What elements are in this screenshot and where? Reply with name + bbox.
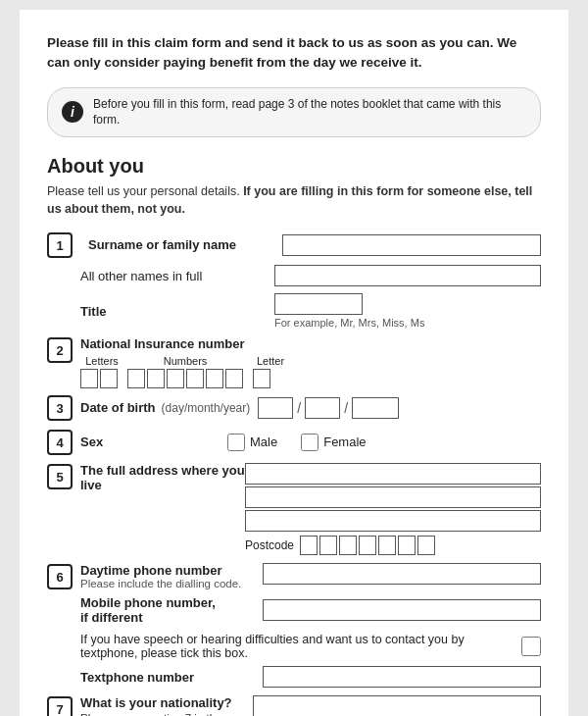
dob-inputs: / / xyxy=(258,397,399,419)
dob-suffix: (day/month/year) xyxy=(162,401,251,415)
other-names-row: All other names in full xyxy=(47,265,541,286)
pc-3[interactable] xyxy=(339,536,357,555)
ni-box-6[interactable] xyxy=(186,369,204,388)
sex-male-option: Male xyxy=(227,434,277,451)
title-example: For example, Mr, Mrs, Miss, Ms xyxy=(274,317,424,329)
form-page: Please fill in this claim form and send … xyxy=(20,10,568,716)
address-line-3[interactable] xyxy=(245,510,541,532)
sex-female-label: Female xyxy=(323,435,366,449)
pc-4[interactable] xyxy=(359,536,376,555)
section-desc-normal: Please tell us your personal details. xyxy=(47,184,243,198)
pc-2[interactable] xyxy=(319,536,337,555)
ni-box-4[interactable] xyxy=(147,369,165,388)
sex-female-checkbox[interactable] xyxy=(301,434,318,451)
nationality-note: Please see question 7 in the notes bookl… xyxy=(80,710,245,716)
ni-box-9[interactable] xyxy=(253,369,270,388)
info-icon: i xyxy=(62,101,83,123)
pc-1[interactable] xyxy=(300,536,318,555)
phone-label-row: Daytime phone number Please include the … xyxy=(80,563,541,589)
sex-label: Sex xyxy=(80,435,227,449)
mobile-input[interactable] xyxy=(263,599,541,621)
ni-row: 2 National Insurance number Letters Numb… xyxy=(47,336,541,388)
pc-5[interactable] xyxy=(378,536,396,555)
sex-male-label: Male xyxy=(250,435,277,449)
ni-box-5[interactable] xyxy=(167,369,184,388)
address-row: 5 The full address where you live Postco… xyxy=(47,463,541,555)
ni-col-letters: Letters xyxy=(80,355,123,367)
q1-number: 1 xyxy=(47,232,73,258)
textphone-number-row: Textphone number xyxy=(80,666,541,688)
mobile-label2: if different xyxy=(80,610,143,625)
address-inputs: Postcode xyxy=(245,463,541,555)
address-line-2[interactable] xyxy=(245,486,541,508)
postcode-label: Postcode xyxy=(245,538,294,552)
title-row: Title For example, Mr, Mrs, Miss, Ms xyxy=(47,293,541,329)
pc-6[interactable] xyxy=(398,536,416,555)
dob-year[interactable] xyxy=(352,397,399,419)
address-line-1[interactable] xyxy=(245,463,541,485)
info-box: i Before you fill in this form, read pag… xyxy=(47,87,541,138)
phone-input[interactable] xyxy=(263,563,541,585)
nationality-row: 7 What is your nationality? Please see q… xyxy=(47,695,541,716)
q7-number: 7 xyxy=(47,696,73,716)
q2-number: 2 xyxy=(47,337,73,363)
address-label: The full address where you live xyxy=(80,463,245,492)
other-names-input[interactable] xyxy=(274,265,541,286)
phone-label: Daytime phone number xyxy=(80,563,255,578)
dob-label: Date of birth xyxy=(80,400,156,415)
q5-number: 5 xyxy=(47,464,73,489)
sex-female-option: Female xyxy=(301,434,366,451)
textphone-number-label: Textphone number xyxy=(80,670,255,685)
ni-col-numbers: Numbers xyxy=(131,355,239,367)
surname-label: Surname or family name xyxy=(88,237,274,252)
dob-day[interactable] xyxy=(258,397,293,419)
textphone-tick-row: If you have speech or hearing difficulti… xyxy=(80,633,541,660)
mobile-row: Mobile phone number, if different xyxy=(80,595,541,625)
q3-number: 3 xyxy=(47,395,73,421)
ni-box-7[interactable] xyxy=(206,369,223,388)
ni-box-1[interactable] xyxy=(80,369,98,388)
dob-month[interactable] xyxy=(305,397,340,419)
q6-number: 6 xyxy=(47,564,73,589)
info-box-text: Before you fill in this form, read page … xyxy=(93,96,526,129)
ni-boxes xyxy=(80,369,280,388)
textphone-label: If you have speech or hearing difficulti… xyxy=(80,633,514,660)
ni-box-3[interactable] xyxy=(127,369,145,388)
mobile-label: Mobile phone number, xyxy=(80,595,216,610)
other-names-label: All other names in full xyxy=(80,269,267,283)
phone-row: 6 Daytime phone number Please include th… xyxy=(47,563,541,688)
title-input[interactable] xyxy=(274,293,363,315)
ni-box-2[interactable] xyxy=(100,369,118,388)
postcode-row: Postcode xyxy=(245,536,541,555)
q4-number: 4 xyxy=(47,430,73,455)
section-desc: Please tell us your personal details. If… xyxy=(47,183,541,218)
phone-sub: Please include the dialling code. xyxy=(80,578,255,589)
sex-row: 4 Sex Male Female xyxy=(47,429,541,455)
section-title: About you xyxy=(47,155,541,178)
title-label: Title xyxy=(80,304,267,319)
surname-row: 1 Surname or family name xyxy=(47,231,541,258)
sex-options: Male Female xyxy=(227,434,367,451)
surname-input[interactable] xyxy=(282,234,541,256)
sex-male-checkbox[interactable] xyxy=(227,434,245,451)
ni-box-8[interactable] xyxy=(225,369,243,388)
textphone-checkbox[interactable] xyxy=(521,637,541,656)
nationality-label: What is your nationality? xyxy=(80,695,245,710)
textphone-number-input[interactable] xyxy=(263,666,541,688)
dob-row: 3 Date of birth (day/month/year) / / xyxy=(47,394,541,421)
intro-text: Please fill in this claim form and send … xyxy=(47,33,541,74)
nationality-input[interactable] xyxy=(253,695,541,716)
pc-7[interactable] xyxy=(417,536,435,555)
ni-label: National Insurance number xyxy=(80,336,280,351)
ni-col-letter: Letter xyxy=(257,355,280,367)
